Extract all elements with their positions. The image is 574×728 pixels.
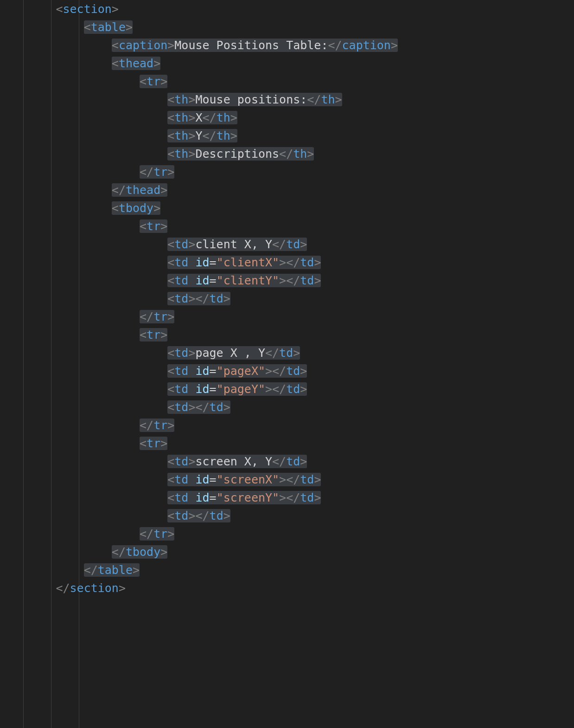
- code-token[interactable]: <table>: [84, 20, 133, 34]
- code-indent: [0, 183, 112, 197]
- code-line[interactable]: <tr>: [0, 72, 398, 90]
- code-indent: [0, 2, 56, 16]
- code-indent: [0, 256, 167, 269]
- code-line[interactable]: </section>: [0, 579, 398, 597]
- code-line[interactable]: </table>: [0, 561, 398, 579]
- code-token[interactable]: <th>Descriptions</th>: [167, 147, 314, 161]
- code-line[interactable]: <td id="pageY"></td>: [0, 380, 398, 398]
- code-line[interactable]: <td>client X, Y</td>: [0, 235, 398, 253]
- code-indent: [0, 328, 140, 341]
- code-line[interactable]: <td id="pageX"></td>: [0, 362, 398, 380]
- code-indent: [0, 527, 140, 541]
- code-indent: [0, 400, 167, 414]
- code-indent: [0, 238, 167, 251]
- code-indent: [0, 473, 167, 486]
- code-indent: [0, 419, 140, 432]
- code-indent: [0, 437, 140, 450]
- code-indent: [0, 93, 167, 106]
- code-token[interactable]: <td>client X, Y</td>: [167, 238, 307, 251]
- code-token[interactable]: </thead>: [112, 183, 167, 197]
- code-line[interactable]: <caption>Mouse Positions Table:</caption…: [0, 36, 398, 54]
- code-token[interactable]: <section>: [56, 2, 118, 16]
- code-line[interactable]: <td></td>: [0, 290, 398, 308]
- code-token[interactable]: <td id="clientX"></td>: [167, 256, 321, 269]
- code-line[interactable]: <thead>: [0, 54, 398, 72]
- code-indent: [0, 545, 112, 559]
- code-indent: [0, 39, 112, 52]
- code-line[interactable]: <tbody>: [0, 199, 398, 217]
- code-line[interactable]: <td></td>: [0, 507, 398, 525]
- code-token[interactable]: <tr>: [140, 219, 167, 233]
- code-token[interactable]: </tr>: [140, 165, 174, 179]
- code-token[interactable]: <td id="screenX"></td>: [167, 473, 321, 486]
- code-token[interactable]: </tr>: [140, 419, 174, 432]
- code-token[interactable]: <td id="pageX"></td>: [167, 364, 307, 378]
- code-line[interactable]: </tr>: [0, 416, 398, 434]
- code-token[interactable]: <tr>: [140, 75, 167, 88]
- code-line[interactable]: <td>screen X, Y</td>: [0, 452, 398, 470]
- code-line[interactable]: <td id="screenY"></td>: [0, 489, 398, 507]
- code-indent: [0, 310, 140, 323]
- code-token[interactable]: <tr>: [140, 328, 167, 341]
- code-line[interactable]: <th>Mouse positions:</th>: [0, 90, 398, 109]
- code-token[interactable]: </table>: [84, 563, 140, 577]
- code-indent: [0, 111, 167, 124]
- code-block[interactable]: <section> <table> <caption>Mouse Positio…: [0, 0, 398, 597]
- code-token[interactable]: <td>screen X, Y</td>: [167, 455, 307, 468]
- code-token[interactable]: <td id="screenY"></td>: [167, 491, 321, 504]
- code-token[interactable]: <caption>Mouse Positions Table:</caption…: [112, 39, 398, 52]
- code-token[interactable]: </tr>: [140, 527, 174, 541]
- code-token[interactable]: </section>: [56, 581, 126, 595]
- code-indent: [0, 364, 167, 378]
- code-line[interactable]: <td id="clientY"></td>: [0, 271, 398, 290]
- code-indent: [0, 581, 56, 595]
- code-indent: [0, 274, 167, 287]
- code-indent: [0, 382, 167, 396]
- code-indent: [0, 147, 167, 161]
- code-line[interactable]: </tbody>: [0, 543, 398, 561]
- code-indent: [0, 165, 140, 179]
- code-line[interactable]: <tr>: [0, 217, 398, 235]
- code-token[interactable]: <th>Y</th>: [167, 129, 237, 142]
- code-token[interactable]: <td></td>: [167, 509, 230, 522]
- code-indent: [0, 491, 167, 504]
- code-line[interactable]: <tr>: [0, 326, 398, 344]
- code-line[interactable]: <section>: [0, 0, 398, 18]
- code-token[interactable]: <td></td>: [167, 292, 230, 305]
- code-token[interactable]: </tr>: [140, 310, 174, 323]
- code-indent: [0, 75, 140, 88]
- code-token[interactable]: <thead>: [112, 57, 160, 70]
- code-indent: [0, 292, 167, 305]
- code-line[interactable]: <th>Descriptions</th>: [0, 145, 398, 163]
- code-indent: [0, 20, 84, 34]
- code-line[interactable]: <td id="clientX"></td>: [0, 253, 398, 271]
- code-line[interactable]: </tr>: [0, 308, 398, 326]
- code-line[interactable]: <td></td>: [0, 398, 398, 416]
- code-line[interactable]: <td id="screenX"></td>: [0, 470, 398, 489]
- code-line[interactable]: </thead>: [0, 181, 398, 199]
- code-indent: [0, 563, 84, 577]
- code-token[interactable]: <td></td>: [167, 400, 230, 414]
- code-line[interactable]: <tr>: [0, 434, 398, 452]
- code-indent: [0, 57, 112, 70]
- code-indent: [0, 201, 112, 215]
- code-token[interactable]: <tbody>: [112, 201, 160, 215]
- code-line[interactable]: <td>page X , Y</td>: [0, 344, 398, 362]
- code-line[interactable]: <table>: [0, 18, 398, 36]
- code-token[interactable]: </tbody>: [112, 545, 167, 559]
- code-token[interactable]: <th>Mouse positions:</th>: [167, 93, 342, 106]
- code-indent: [0, 219, 140, 233]
- code-editor[interactable]: <section> <table> <caption>Mouse Positio…: [0, 0, 574, 728]
- code-line[interactable]: <th>Y</th>: [0, 127, 398, 145]
- code-indent: [0, 129, 167, 142]
- code-token[interactable]: <td id="clientY"></td>: [167, 274, 321, 287]
- code-line[interactable]: </tr>: [0, 525, 398, 543]
- code-token[interactable]: <tr>: [140, 437, 167, 450]
- code-token[interactable]: <td id="pageY"></td>: [167, 382, 307, 396]
- code-indent: [0, 455, 167, 468]
- code-token[interactable]: <th>X</th>: [167, 111, 237, 124]
- code-line[interactable]: <th>X</th>: [0, 109, 398, 127]
- code-token[interactable]: <td>page X , Y</td>: [167, 346, 300, 360]
- code-line[interactable]: </tr>: [0, 163, 398, 181]
- code-indent: [0, 346, 167, 360]
